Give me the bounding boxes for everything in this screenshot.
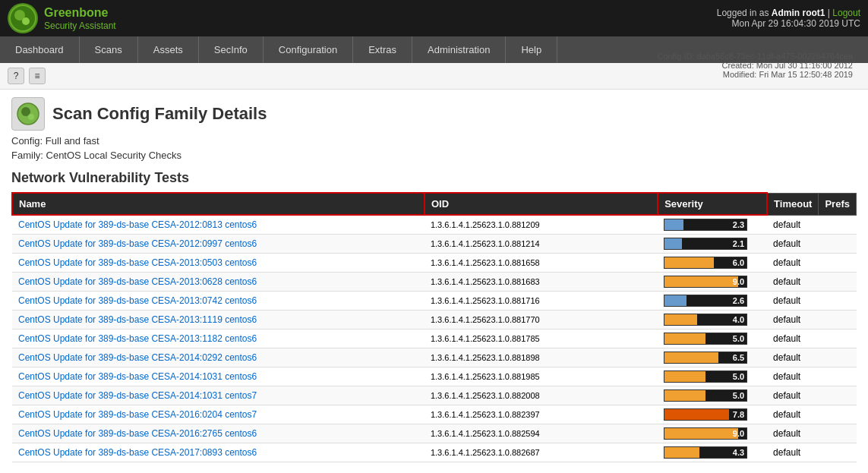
severity-bar: 4.0	[664, 314, 747, 326]
config-info: Config: Full and fast	[11, 135, 857, 147]
user-role: Admin	[772, 8, 800, 18]
table-row: CentOS Update for 389-ds-base CESA-2013:…	[12, 254, 857, 273]
col-header-severity[interactable]: Severity	[658, 193, 767, 215]
nav-item-help[interactable]: Help	[506, 36, 557, 63]
nvt-table: Name OID Severity Timeout Prefs CentOS U…	[11, 192, 857, 462]
cell-timeout: default	[767, 254, 819, 273]
table-row: CentOS Update for 389-ds-base CESA-2014:…	[12, 367, 857, 386]
cell-timeout: default	[767, 273, 819, 292]
nav-item-dashboard[interactable]: Dashboard	[0, 36, 80, 63]
meta-info-block: Config ID: daba56c8-73ec-11df-a475-00226…	[658, 52, 857, 79]
help-toolbar-button[interactable]: ?	[8, 68, 24, 84]
nav-item-secinfo[interactable]: SecInfo	[199, 36, 264, 63]
nvt-link[interactable]: CentOS Update for 389-ds-base CESA-2014:…	[18, 390, 257, 401]
cell-prefs	[819, 254, 857, 273]
cell-prefs	[819, 424, 857, 443]
table-header-row: Name OID Severity Timeout Prefs	[12, 193, 857, 215]
config-label: Config:	[11, 135, 43, 147]
logo-tagline: Security Assistant	[44, 20, 116, 31]
nvt-link[interactable]: CentOS Update for 389-ds-base CESA-2016:…	[18, 428, 257, 439]
nav-item-assets[interactable]: Assets	[138, 36, 199, 63]
logout-link[interactable]: Logout	[832, 8, 860, 18]
cell-timeout: default	[767, 348, 819, 367]
severity-bar: 9.0	[664, 276, 747, 288]
nav-item-configuration[interactable]: Configuration	[264, 36, 353, 63]
nvt-link[interactable]: CentOS Update for 389-ds-base CESA-2013:…	[18, 314, 257, 325]
severity-label: 5.0	[733, 333, 744, 344]
nvt-link[interactable]: CentOS Update for 389-ds-base CESA-2014:…	[18, 371, 257, 382]
page-title: Scan Config Family Details	[52, 104, 267, 124]
table-row: CentOS Update for 389-ds-base CESA-2014:…	[12, 348, 857, 367]
table-row: CentOS Update for 389-ds-base CESA-2013:…	[12, 273, 857, 292]
greenbone-logo-icon	[8, 3, 38, 33]
cell-severity: 7.8	[658, 405, 767, 424]
table-row: CentOS Update for 389-ds-base CESA-2013:…	[12, 292, 857, 311]
cell-timeout: default	[767, 330, 819, 348]
severity-label: 4.3	[733, 447, 744, 458]
nvt-link[interactable]: CentOS Update for 389-ds-base CESA-2016:…	[18, 409, 257, 420]
table-row: CentOS Update for 389-ds-base CESA-2012:…	[12, 215, 857, 235]
cell-severity: 5.0	[658, 386, 767, 405]
page-header: Scan Config Family Details	[11, 97, 857, 131]
nvt-link[interactable]: CentOS Update for 389-ds-base CESA-2012:…	[18, 219, 257, 230]
severity-label: 6.5	[733, 352, 744, 363]
cell-timeout: default	[767, 367, 819, 386]
modified-date: Modified: Fri Mar 15 12:50:48 2019	[658, 70, 853, 79]
severity-bar: 5.0	[664, 371, 747, 383]
severity-bar: 7.8	[664, 408, 747, 421]
cell-oid: 1.3.6.1.4.1.25623.1.0.881770	[425, 311, 658, 330]
severity-label: 5.0	[733, 390, 744, 401]
cell-severity: 2.3	[658, 215, 767, 235]
nvt-link[interactable]: CentOS Update for 389-ds-base CESA-2013:…	[18, 257, 257, 268]
nvt-link[interactable]: CentOS Update for 389-ds-base CESA-2013:…	[18, 333, 257, 344]
cell-timeout: default	[767, 443, 819, 462]
severity-colored-fill	[664, 257, 714, 268]
severity-bar: 4.3	[664, 446, 747, 459]
severity-colored-fill	[664, 428, 738, 439]
table-row: CentOS Update for 389-ds-base CESA-2013:…	[12, 330, 857, 348]
list-toolbar-button[interactable]: ≡	[29, 68, 46, 84]
cell-prefs	[819, 348, 857, 367]
logo-name: Greenbone	[44, 5, 116, 20]
cell-oid: 1.3.6.1.4.1.25623.1.0.881898	[425, 348, 658, 367]
family-label: Family:	[11, 150, 43, 161]
severity-label: 2.6	[733, 295, 744, 306]
severity-bar: 6.5	[664, 352, 747, 364]
svg-point-5	[28, 114, 34, 120]
severity-colored-fill	[664, 314, 697, 325]
severity-bar: 2.1	[664, 238, 747, 250]
nvt-link[interactable]: CentOS Update for 389-ds-base CESA-2012:…	[18, 238, 257, 249]
cell-severity: 4.0	[658, 311, 767, 330]
cell-name: CentOS Update for 389-ds-base CESA-2014:…	[12, 367, 425, 386]
config-id: Config ID: daba56c8-73ec-11df-a475-00226…	[658, 52, 853, 61]
nvt-link[interactable]: CentOS Update for 389-ds-base CESA-2013:…	[18, 295, 257, 306]
datetime-display: Mon Apr 29 16:04:30 2019 UTC	[717, 18, 860, 29]
nav-item-scans[interactable]: Scans	[80, 36, 138, 63]
nav-item-extras[interactable]: Extras	[353, 36, 412, 63]
cell-severity: 2.6	[658, 292, 767, 311]
severity-label: 5.0	[733, 371, 744, 382]
cell-prefs	[819, 386, 857, 405]
cell-severity: 4.3	[658, 443, 767, 462]
col-header-timeout[interactable]: Timeout	[767, 193, 819, 215]
cell-oid: 1.3.6.1.4.1.25623.1.0.882397	[425, 405, 658, 424]
svg-point-2	[22, 17, 30, 25]
cell-prefs	[819, 443, 857, 462]
nvt-link[interactable]: CentOS Update for 389-ds-base CESA-2017:…	[18, 447, 257, 458]
col-header-name[interactable]: Name	[12, 193, 425, 215]
page-icon	[11, 97, 45, 131]
nav-item-administration[interactable]: Administration	[412, 36, 506, 63]
cell-oid: 1.3.6.1.4.1.25623.1.0.881658	[425, 254, 658, 273]
severity-colored-fill	[664, 333, 705, 344]
col-header-oid[interactable]: OID	[425, 193, 658, 215]
cell-name: CentOS Update for 389-ds-base CESA-2014:…	[12, 348, 425, 367]
nvt-link[interactable]: CentOS Update for 389-ds-base CESA-2013:…	[18, 276, 257, 287]
family-value: CentOS Local Security Checks	[46, 150, 181, 161]
severity-colored-fill	[664, 409, 728, 420]
nvt-link[interactable]: CentOS Update for 389-ds-base CESA-2014:…	[18, 352, 257, 363]
col-header-prefs[interactable]: Prefs	[819, 193, 857, 215]
cell-severity: 9.0	[658, 424, 767, 443]
severity-label: 2.1	[733, 238, 744, 249]
family-info: Family: CentOS Local Security Checks	[11, 150, 857, 161]
severity-label: 7.8	[733, 409, 744, 420]
